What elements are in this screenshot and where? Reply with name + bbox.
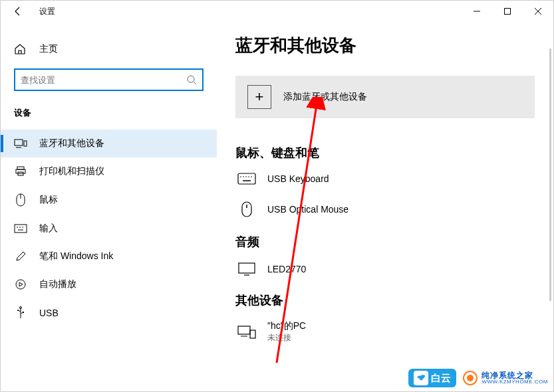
close-icon	[535, 8, 541, 15]
close-button[interactable]	[523, 1, 553, 22]
watermarks: 白云 纯净系统之家 WWW.KZMYHOME.COM	[408, 369, 548, 387]
printer-icon	[14, 165, 27, 177]
keyboard-device-icon	[235, 173, 258, 185]
monitor-icon	[235, 262, 258, 276]
titlebar: 设置	[1, 1, 553, 22]
search-box[interactable]	[14, 68, 204, 91]
keyboard-icon	[14, 224, 27, 233]
maximize-icon	[504, 8, 511, 15]
svg-point-22	[17, 310, 19, 311]
svg-rect-33	[239, 263, 255, 273]
sidebar-item-label: 鼠标	[39, 194, 58, 206]
watermark-baiyun-text: 白云	[431, 372, 451, 385]
watermark-url: WWW.KZMYHOME.COM	[482, 379, 548, 385]
arrow-left-icon	[13, 6, 23, 17]
mouse-device-icon	[235, 201, 258, 218]
section-audio-title: 音频	[235, 234, 535, 250]
sidebar-item-label: 输入	[39, 223, 58, 235]
sidebar-item-pen[interactable]: 笔和 Windows Ink	[1, 243, 217, 270]
device-monitor[interactable]: LED2770	[235, 262, 535, 276]
page-title: 蓝牙和其他设备	[235, 34, 535, 57]
maximize-button[interactable]	[492, 1, 523, 22]
home-nav[interactable]: 主页	[1, 38, 217, 60]
device-status: 未连接	[267, 332, 306, 343]
svg-rect-1	[505, 9, 511, 15]
main-panel: 蓝牙和其他设备 + 添加蓝牙或其他设备 鼠标、键盘和笔 USB Keyboard…	[217, 22, 553, 391]
home-label: 主页	[39, 43, 58, 55]
sidebar-item-label: 打印机和扫描仪	[39, 165, 104, 177]
device-other-pc[interactable]: "hc"的PC 未连接	[235, 320, 535, 343]
window-title: 设置	[39, 6, 55, 17]
usb-icon	[14, 306, 27, 320]
sidebar-item-usb[interactable]: USB	[1, 298, 217, 328]
watermark-kzmyhome: 纯净系统之家 WWW.KZMYHOME.COM	[463, 371, 548, 385]
search-input[interactable]	[21, 75, 186, 85]
svg-rect-10	[16, 169, 25, 173]
bird-icon	[414, 371, 428, 385]
watermark-baiyun: 白云	[408, 369, 456, 387]
svg-point-19	[16, 280, 25, 289]
svg-rect-36	[250, 330, 255, 338]
device-mouse[interactable]: USB Optical Mouse	[235, 201, 535, 218]
pen-icon	[14, 250, 27, 262]
add-device-button[interactable]: + 添加蓝牙或其他设备	[235, 76, 535, 118]
svg-rect-7	[24, 141, 27, 146]
svg-point-27	[245, 176, 247, 177]
svg-rect-35	[238, 326, 250, 334]
sidebar-item-printers[interactable]: 打印机和扫描仪	[1, 157, 217, 185]
svg-point-25	[240, 176, 241, 177]
sidebar-item-bluetooth[interactable]: 蓝牙和其他设备	[1, 130, 217, 157]
settings-window: 设置 主页	[0, 0, 554, 392]
svg-point-26	[243, 176, 244, 177]
svg-point-4	[188, 76, 194, 82]
svg-rect-6	[15, 140, 23, 146]
device-name: USB Optical Mouse	[267, 204, 348, 215]
sidebar-item-label: USB	[39, 308, 59, 318]
svg-line-5	[194, 82, 196, 84]
device-keyboard[interactable]: USB Keyboard	[235, 173, 535, 185]
content-area: 主页 设备 蓝牙和其他设备 打印机和扫描仪	[1, 22, 553, 391]
devices-other-icon	[235, 325, 258, 340]
device-name: "hc"的PC	[267, 320, 306, 332]
watermark-logo-icon	[463, 371, 478, 385]
sidebar-item-mouse[interactable]: 鼠标	[1, 185, 217, 215]
minimize-icon	[474, 8, 480, 15]
add-device-label: 添加蓝牙或其他设备	[283, 91, 367, 103]
section-input-title: 鼠标、键盘和笔	[235, 145, 535, 161]
sidebar-section-heading: 设备	[1, 102, 217, 130]
scrollbar[interactable]	[549, 49, 551, 301]
svg-point-29	[251, 176, 252, 177]
window-controls	[462, 1, 553, 22]
search-icon	[186, 74, 197, 85]
svg-rect-14	[15, 225, 27, 233]
svg-point-28	[248, 176, 249, 177]
back-button[interactable]	[10, 3, 26, 19]
plus-icon: +	[247, 85, 271, 109]
device-name: LED2770	[267, 264, 306, 274]
sidebar: 主页 设备 蓝牙和其他设备 打印机和扫描仪	[1, 22, 217, 391]
svg-rect-23	[23, 312, 24, 313]
svg-rect-24	[238, 173, 255, 184]
section-other-title: 其他设备	[235, 292, 535, 308]
home-icon	[14, 43, 27, 55]
sidebar-item-label: 蓝牙和其他设备	[39, 138, 104, 149]
svg-rect-9	[17, 167, 24, 169]
sidebar-item-label: 自动播放	[39, 278, 76, 290]
device-name: USB Keyboard	[267, 173, 329, 184]
sidebar-item-label: 笔和 Windows Ink	[39, 250, 113, 262]
autoplay-icon	[14, 278, 27, 290]
sidebar-item-typing[interactable]: 输入	[1, 215, 217, 243]
svg-rect-31	[242, 202, 251, 217]
minimize-button[interactable]	[462, 1, 492, 22]
mouse-icon	[14, 193, 27, 207]
sidebar-item-autoplay[interactable]: 自动播放	[1, 270, 217, 298]
devices-icon	[14, 138, 27, 149]
